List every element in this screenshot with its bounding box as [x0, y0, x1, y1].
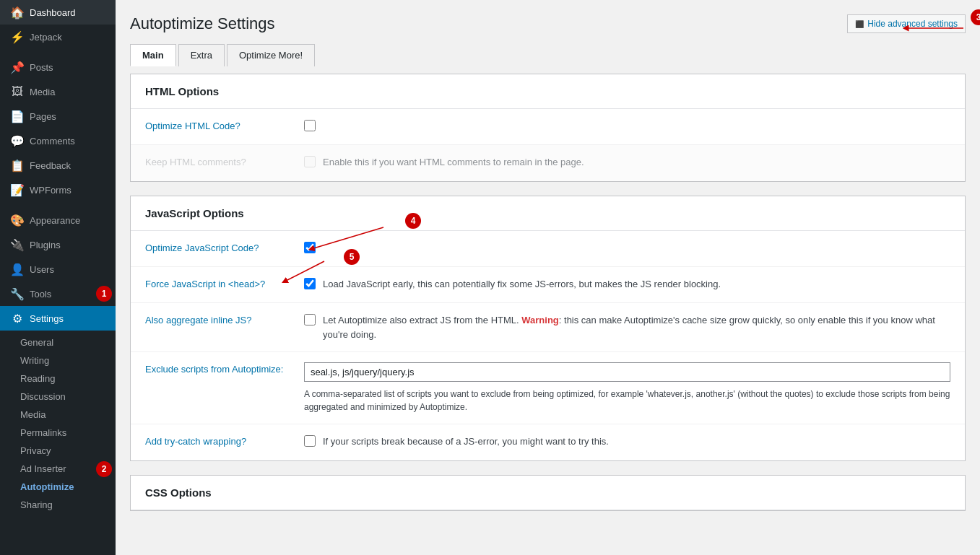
- sidebar-item-wpforms[interactable]: 📝 WPForms: [0, 178, 116, 202]
- try-catch-row: Add try-catch wrapping? If your scripts …: [131, 424, 965, 460]
- dashboard-icon: 🏠: [11, 6, 24, 19]
- keep-html-comments-control: Enable this if you want HTML comments to…: [304, 155, 950, 170]
- keep-html-comments-desc: Enable this if you want HTML comments to…: [323, 155, 584, 170]
- submenu-general[interactable]: General: [0, 333, 116, 351]
- aggregate-inline-js-row: Also aggregate inline JS? Let Autoptimiz…: [131, 303, 965, 352]
- annotation-badge-2: 2: [96, 461, 112, 477]
- sidebar-item-jetpack[interactable]: ⚡ Jetpack: [0, 25, 116, 49]
- try-catch-checkbox[interactable]: [304, 435, 316, 447]
- sidebar-item-feedback[interactable]: 📋 Feedback: [0, 153, 116, 178]
- wpforms-icon: 📝: [11, 183, 24, 196]
- exclude-scripts-label: Exclude scripts from Autoptimize:: [145, 362, 304, 375]
- optimize-js-checkbox[interactable]: [304, 242, 316, 253]
- submenu-sharing[interactable]: Sharing: [0, 496, 116, 514]
- aggregate-inline-js-control: Let Autoptimize also extract JS from the…: [304, 313, 950, 341]
- submenu-writing[interactable]: Writing: [0, 351, 116, 370]
- exclude-scripts-row: Exclude scripts from Autoptimize: A comm…: [131, 352, 965, 424]
- sidebar-item-label: Media: [30, 87, 55, 97]
- css-options-section: CSS Options: [130, 475, 966, 511]
- force-js-head-control: Load JavaScript early, this can potentia…: [304, 277, 950, 292]
- submenu-ad-inserter[interactable]: Ad Inserter 2: [0, 460, 116, 478]
- sidebar-item-pages[interactable]: 📄 Pages: [0, 104, 116, 128]
- pages-icon: 📄: [11, 110, 24, 123]
- exclude-scripts-input[interactable]: [304, 362, 950, 382]
- hide-advanced-icon: ⬛: [855, 20, 864, 28]
- force-js-head-checkbox[interactable]: [304, 278, 316, 289]
- sidebar-item-label: Comments: [30, 136, 75, 147]
- tab-extra[interactable]: Extra: [178, 44, 225, 66]
- sidebar-item-settings[interactable]: ⚙ Settings: [0, 306, 116, 331]
- submenu-label: Sharing: [20, 499, 53, 510]
- submenu-label: Discussion: [20, 391, 66, 402]
- sidebar-item-media[interactable]: 🖼 Media: [0, 79, 116, 104]
- keep-html-comments-label: Keep HTML comments?: [145, 155, 304, 167]
- try-catch-label: Add try-catch wrapping?: [145, 434, 304, 447]
- posts-icon: 📌: [11, 61, 24, 74]
- try-catch-control: If your scripts break because of a JS-er…: [304, 434, 950, 449]
- comments-icon: 💬: [11, 134, 24, 147]
- sidebar-item-label: Jetpack: [30, 32, 62, 43]
- submenu-autoptimize[interactable]: Autoptimize: [0, 478, 116, 496]
- html-options-section: HTML Options Optimize HTML Code? Keep HT…: [130, 74, 966, 182]
- sidebar-item-label: Users: [30, 264, 54, 275]
- try-catch-desc: If your scripts break because of a JS-er…: [323, 434, 609, 449]
- force-js-head-label: Force JavaScript in <head>?: [145, 277, 304, 289]
- tabs-container: Main Extra Optimize More!: [130, 44, 966, 66]
- sidebar-item-plugins[interactable]: 🔌 Plugins: [0, 232, 116, 257]
- force-js-head-row: Force JavaScript in <head>? Load JavaScr…: [131, 267, 965, 303]
- keep-html-comments-checkbox[interactable]: [304, 156, 316, 167]
- exclude-scripts-help: A comma-separated list of scripts you wa…: [304, 388, 950, 414]
- aggregate-inline-js-label: Also aggregate inline JS?: [145, 313, 304, 325]
- optimize-js-label: Optimize JavaScript Code?: [145, 241, 304, 253]
- sidebar-item-label: Dashboard: [30, 7, 76, 18]
- sidebar-item-label: Tools: [30, 289, 51, 300]
- sidebar-item-posts[interactable]: 📌 Posts: [0, 55, 116, 79]
- annotation-5: 5: [344, 249, 360, 265]
- sidebar-item-tools[interactable]: 🔧 Tools 1: [0, 281, 116, 306]
- submenu-label: Autoptimize: [20, 481, 74, 492]
- page-title: Autoptimize Settings: [130, 14, 966, 33]
- javascript-options-section: JavaScript Options Optimize JavaScript C…: [130, 196, 966, 461]
- optimize-html-control: [304, 119, 950, 131]
- submenu-label: Reading: [20, 373, 55, 384]
- tab-main[interactable]: Main: [130, 44, 176, 66]
- feedback-icon: 📋: [11, 159, 24, 172]
- media-icon: 🖼: [11, 85, 24, 98]
- css-options-title: CSS Options: [131, 476, 965, 510]
- tab-optimize-more[interactable]: Optimize More!: [227, 44, 315, 66]
- submenu-permalinks[interactable]: Permalinks: [0, 424, 116, 442]
- hide-advanced-label: Hide advanced settings: [867, 19, 958, 29]
- optimize-html-row: Optimize HTML Code?: [131, 109, 965, 145]
- settings-submenu: General Writing Reading Discussion Media…: [0, 333, 116, 514]
- submenu-label: General: [20, 337, 53, 348]
- html-options-title: HTML Options: [131, 74, 965, 109]
- main-content: Autoptimize Settings Main Extra Optimize…: [116, 0, 980, 555]
- jetpack-icon: ⚡: [11, 30, 24, 43]
- submenu-discussion[interactable]: Discussion: [0, 388, 116, 406]
- sidebar-item-comments[interactable]: 💬 Comments: [0, 128, 116, 153]
- submenu-media[interactable]: Media: [0, 406, 116, 424]
- optimize-js-control: 4: [304, 241, 950, 253]
- sidebar-item-label: WPForms: [30, 185, 71, 196]
- optimize-js-row: Optimize JavaScript Code? 4: [131, 231, 965, 267]
- submenu-label: Privacy: [20, 445, 51, 456]
- settings-icon: ⚙: [11, 312, 24, 325]
- optimize-html-checkbox[interactable]: [304, 120, 316, 131]
- sidebar-item-label: Feedback: [30, 160, 71, 171]
- sidebar-item-label: Settings: [30, 313, 64, 324]
- submenu-label: Media: [20, 409, 45, 420]
- force-js-head-desc: Load JavaScript early, this can potentia…: [323, 277, 721, 292]
- sidebar-item-label: Appearance: [30, 215, 80, 226]
- sidebar-item-dashboard[interactable]: 🏠 Dashboard: [0, 0, 116, 25]
- sidebar-item-appearance[interactable]: 🎨 Appearance: [0, 208, 116, 232]
- submenu-reading[interactable]: Reading: [0, 370, 116, 388]
- aggregate-inline-js-desc: Let Autoptimize also extract JS from the…: [323, 313, 950, 341]
- hide-advanced-settings-button[interactable]: ⬛ Hide advanced settings 3: [847, 14, 966, 33]
- sidebar-item-users[interactable]: 👤 Users: [0, 257, 116, 281]
- sidebar-item-label: Pages: [30, 111, 56, 122]
- submenu-label: Permalinks: [20, 427, 66, 438]
- sidebar: 🏠 Dashboard ⚡ Jetpack 📌 Posts 🖼 Media 📄 …: [0, 0, 116, 555]
- aggregate-inline-js-checkbox[interactable]: [304, 314, 316, 325]
- submenu-label: Ad Inserter: [20, 463, 66, 474]
- submenu-privacy[interactable]: Privacy: [0, 442, 116, 460]
